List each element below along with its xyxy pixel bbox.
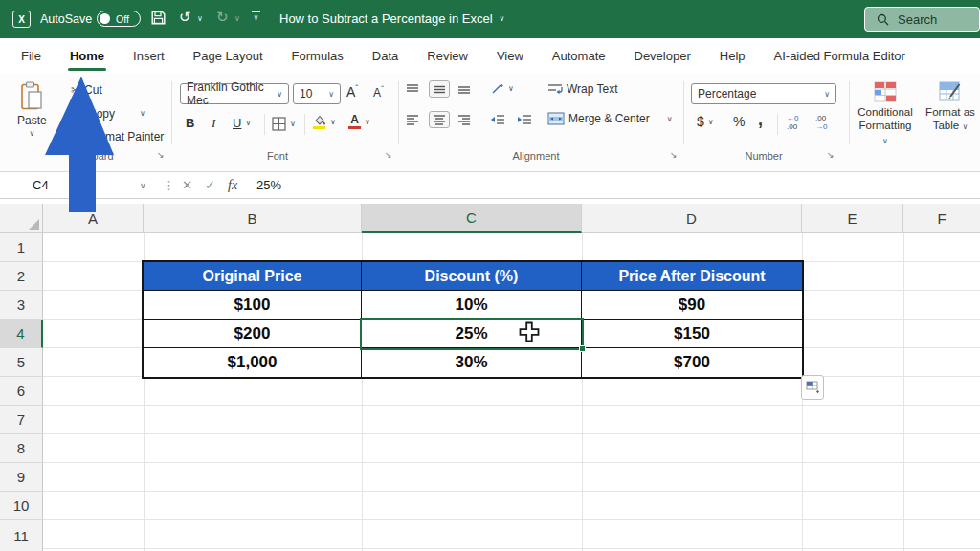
decrease-decimal-button[interactable]: .00 →0 bbox=[815, 115, 827, 131]
undo-dropdown-button[interactable]: ∨ bbox=[197, 14, 203, 23]
copy-button[interactable]: Copy ∨ bbox=[71, 106, 145, 121]
align-top-button[interactable] bbox=[406, 83, 419, 95]
align-right-button[interactable] bbox=[457, 114, 471, 125]
row-header-7[interactable]: 7 bbox=[0, 406, 43, 434]
cell-c5[interactable]: 30% bbox=[362, 348, 582, 377]
name-box[interactable]: C4 bbox=[33, 172, 49, 198]
enter-button[interactable]: ✓ bbox=[205, 172, 215, 198]
column-header-a[interactable]: A bbox=[43, 204, 144, 233]
fill-color-button[interactable]: ∨ bbox=[312, 115, 336, 129]
row-header-4[interactable]: 4 bbox=[0, 320, 43, 348]
decrease-font-size-button[interactable]: Aˇ bbox=[373, 84, 384, 99]
fill-handle[interactable] bbox=[579, 345, 586, 352]
tab-view[interactable]: View bbox=[491, 45, 529, 67]
tab-page-layout[interactable]: Page Layout bbox=[188, 45, 269, 67]
tab-automate[interactable]: Automate bbox=[546, 45, 612, 67]
undo-button[interactable]: ↺ bbox=[179, 9, 191, 26]
font-size-combo[interactable]: 10 ∨ bbox=[293, 83, 341, 104]
search-box[interactable]: Search bbox=[864, 7, 980, 32]
orientation-button[interactable]: ∨ bbox=[490, 81, 514, 96]
align-center-button[interactable] bbox=[429, 111, 450, 128]
number-format-combo[interactable]: Percentage ∨ bbox=[691, 83, 836, 104]
row-header-3[interactable]: 3 bbox=[0, 291, 43, 320]
save-button[interactable] bbox=[150, 10, 167, 26]
customize-toolbar-button[interactable]: ∨ bbox=[252, 11, 260, 22]
align-bottom-icon bbox=[457, 83, 471, 95]
row-header-8[interactable]: 8 bbox=[0, 434, 43, 463]
row-header-2[interactable]: 2 bbox=[0, 262, 43, 291]
tab-data[interactable]: Data bbox=[367, 45, 404, 67]
column-header-c[interactable]: C bbox=[362, 204, 582, 233]
document-title[interactable]: How to Subtract a Percentage in Excel ∨ bbox=[279, 11, 504, 26]
font-name-combo[interactable]: Franklin Gothic Mec ∨ bbox=[180, 83, 289, 104]
cell-d2-price-after-discount-header[interactable]: Price After Discount bbox=[582, 262, 802, 291]
column-header-d[interactable]: D bbox=[582, 204, 802, 233]
quick-analysis-button[interactable] bbox=[801, 375, 824, 400]
font-color-button[interactable]: A ∨ bbox=[348, 114, 370, 129]
merge-center-button[interactable]: Merge & Center ∨ bbox=[547, 112, 673, 125]
conditional-formatting-button[interactable]: Conditional Formatting ∨ bbox=[858, 81, 913, 146]
cell-c3[interactable]: 10% bbox=[362, 291, 582, 320]
cell-c2-discount-header[interactable]: Discount (%) bbox=[362, 262, 582, 291]
column-header-e[interactable]: E bbox=[802, 204, 903, 233]
bold-button[interactable]: B bbox=[186, 116, 194, 130]
align-middle-button[interactable] bbox=[429, 80, 450, 98]
cell-d3[interactable]: $90 bbox=[582, 291, 802, 320]
font-dialog-launcher[interactable]: ↘ bbox=[385, 150, 392, 160]
select-all-button[interactable] bbox=[0, 204, 43, 233]
ribbon: Paste ∨ ✂ Cut Copy ∨ Format Painter Clip… bbox=[0, 74, 980, 172]
row-header-1[interactable]: 1 bbox=[0, 233, 43, 262]
align-left-icon bbox=[406, 114, 419, 125]
increase-decimal-button[interactable]: ←0 .00 bbox=[787, 115, 798, 131]
paste-button[interactable]: Paste ∨ bbox=[17, 81, 47, 138]
cell-b3[interactable]: $100 bbox=[144, 291, 362, 320]
align-left-button[interactable] bbox=[406, 114, 419, 125]
align-bottom-button[interactable] bbox=[457, 83, 471, 95]
row-header-5[interactable]: 5 bbox=[0, 348, 43, 377]
cell-d5[interactable]: $700 bbox=[582, 348, 802, 377]
tab-file[interactable]: File bbox=[15, 45, 47, 67]
cut-button[interactable]: ✂ Cut bbox=[71, 83, 102, 97]
formula-input[interactable]: 25% bbox=[256, 172, 281, 198]
cell-b2-original-price-header[interactable]: Original Price bbox=[144, 262, 362, 291]
format-painter-button[interactable]: Format Painter bbox=[71, 129, 164, 143]
accounting-format-button[interactable]: $ ∨ bbox=[697, 114, 714, 129]
wrap-text-button[interactable]: Wrap Text bbox=[547, 82, 618, 96]
tab-review[interactable]: Review bbox=[421, 45, 474, 67]
borders-button[interactable]: ∨ bbox=[272, 117, 296, 131]
alignment-dialog-launcher[interactable]: ↘ bbox=[670, 150, 678, 160]
tab-home[interactable]: Home bbox=[64, 45, 110, 67]
tab-help[interactable]: Help bbox=[714, 45, 751, 67]
redo-button[interactable]: ↻ bbox=[216, 9, 229, 26]
cancel-button[interactable]: ✕ bbox=[182, 172, 192, 198]
row-header-11[interactable]: 11 bbox=[0, 520, 43, 551]
column-header-f[interactable]: F bbox=[903, 204, 980, 233]
name-box-dropdown[interactable]: ∨ bbox=[140, 172, 146, 198]
tab-formulas[interactable]: Formulas bbox=[286, 45, 349, 67]
tab-insert[interactable]: Insert bbox=[127, 45, 170, 67]
autosave-toggle[interactable]: Off bbox=[97, 11, 141, 27]
row-header-9[interactable]: 9 bbox=[0, 463, 43, 492]
format-as-table-icon bbox=[939, 81, 962, 102]
cell-b5[interactable]: $1,000 bbox=[144, 348, 362, 377]
cell-b4[interactable]: $200 bbox=[144, 320, 362, 348]
column-header-b[interactable]: B bbox=[144, 204, 362, 233]
cell-d4[interactable]: $150 bbox=[582, 320, 802, 348]
fill-color-icon bbox=[312, 115, 326, 129]
underline-button[interactable]: U ∨ bbox=[233, 116, 251, 130]
comma-style-button[interactable]: , bbox=[758, 110, 763, 130]
increase-font-size-button[interactable]: Aˆ bbox=[346, 83, 358, 99]
format-as-table-button[interactable]: Format as Table ∨ bbox=[923, 81, 978, 133]
percent-style-button[interactable]: % bbox=[733, 114, 745, 129]
insert-function-button[interactable]: fx bbox=[228, 172, 237, 198]
number-dialog-launcher[interactable]: ↘ bbox=[827, 150, 835, 160]
row-header-6[interactable]: 6 bbox=[0, 377, 43, 406]
italic-button[interactable]: I bbox=[212, 116, 215, 131]
tab-developer[interactable]: Developer bbox=[629, 45, 697, 67]
clipboard-dialog-launcher[interactable]: ↘ bbox=[157, 150, 165, 160]
increase-indent-button[interactable] bbox=[517, 114, 532, 125]
row-header-10[interactable]: 10 bbox=[0, 492, 43, 520]
decrease-indent-button[interactable] bbox=[490, 114, 505, 125]
tab-ai-formula-editor[interactable]: AI-aided Formula Editor bbox=[768, 45, 911, 67]
redo-dropdown-button[interactable]: ∨ bbox=[234, 14, 240, 23]
